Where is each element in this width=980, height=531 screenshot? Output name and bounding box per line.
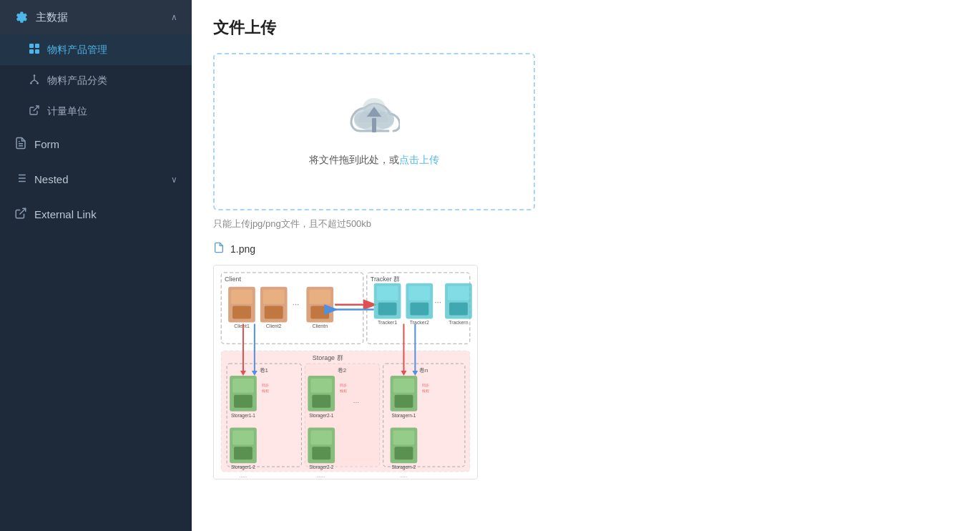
svg-text:......: ...... (400, 473, 408, 478)
svg-text:线程: 线程 (340, 389, 347, 393)
svg-rect-90 (393, 379, 415, 393)
svg-point-6 (36, 82, 39, 84)
svg-text:同步: 同步 (340, 383, 347, 387)
file-item: 1.png (213, 242, 959, 256)
svg-rect-24 (372, 118, 376, 132)
svg-rect-79 (310, 379, 332, 393)
grid-icon (29, 43, 40, 57)
sidebar-item-label: 物料产品分类 (47, 74, 107, 87)
svg-point-4 (34, 74, 36, 77)
external-icon (14, 207, 27, 222)
svg-rect-36 (263, 290, 285, 304)
svg-rect-37 (265, 306, 283, 319)
svg-rect-96 (393, 430, 415, 444)
upload-link[interactable]: 点击上传 (399, 154, 439, 165)
svg-rect-3 (35, 49, 39, 54)
sidebar-item-material-category[interactable]: 物料产品分类 (0, 65, 192, 96)
svg-line-19 (20, 208, 26, 214)
svg-text:Storage 群: Storage 群 (313, 354, 343, 361)
file-icon (213, 242, 225, 256)
svg-line-9 (34, 80, 38, 82)
svg-rect-69 (234, 395, 253, 408)
upload-cloud-icon (348, 97, 400, 147)
sidebar-item-form[interactable]: Form (0, 127, 192, 162)
svg-text:···: ··· (434, 297, 441, 307)
svg-text:卷2: 卷2 (338, 367, 347, 374)
list-icon (14, 172, 27, 187)
upload-area[interactable]: 将文件拖到此处，或点击上传 (213, 53, 535, 210)
svg-text:......: ...... (240, 473, 248, 478)
preview-image: Client Tracker 群 Client1 Client2 ··· Cli… (213, 265, 478, 479)
svg-text:Client: Client (225, 276, 241, 283)
svg-text:线程: 线程 (422, 389, 429, 393)
external-link-icon (29, 104, 40, 118)
svg-text:Tracker 群: Tracker 群 (371, 276, 400, 283)
svg-text:Storager2-1: Storager2-1 (309, 413, 333, 419)
svg-text:Storagern-1: Storagern-1 (391, 413, 416, 419)
sidebar-item-label: External Link (34, 208, 97, 220)
svg-text:Client2: Client2 (266, 323, 282, 328)
main-content: 文件上传 将文件拖到此处，或点击上传 只能上传jpg/png文件，且不超过50 (192, 0, 980, 531)
sidebar-group-master-data[interactable]: 主数据 ∧ (0, 0, 192, 34)
sidebar-item-label: 计量单位 (47, 105, 87, 118)
svg-point-5 (30, 82, 32, 84)
svg-rect-2 (29, 49, 34, 54)
file-name: 1.png (230, 243, 255, 255)
doc-icon (14, 137, 27, 152)
svg-text:Tracker2: Tracker2 (410, 320, 429, 325)
svg-rect-41 (309, 290, 330, 304)
svg-rect-32 (231, 290, 253, 304)
svg-rect-33 (232, 306, 251, 319)
svg-rect-1 (35, 44, 39, 48)
upload-text: 将文件拖到此处，或点击上传 (309, 154, 439, 167)
sidebar-item-label: Form (34, 138, 59, 150)
svg-rect-0 (29, 44, 34, 48)
svg-rect-68 (232, 379, 254, 393)
sidebar: 主数据 ∧ 物料产品管理 物料产品分类 (0, 0, 192, 531)
svg-rect-91 (395, 395, 413, 408)
page-title: 文件上传 (213, 17, 959, 39)
sidebar-group-label: 主数据 (36, 11, 68, 24)
svg-text:线程: 线程 (262, 389, 269, 393)
upload-hint: 只能上传jpg/png文件，且不超过500kb (213, 218, 959, 230)
svg-rect-52 (410, 303, 428, 316)
svg-text:Clientn: Clientn (312, 323, 328, 328)
svg-text:卷1: 卷1 (260, 367, 269, 374)
svg-text:同步: 同步 (262, 383, 269, 387)
svg-text:Storagern-2: Storagern-2 (391, 464, 416, 470)
svg-text:Trackern: Trackern (449, 320, 468, 325)
svg-text:···: ··· (292, 299, 299, 309)
svg-rect-48 (378, 303, 397, 316)
svg-rect-47 (377, 286, 398, 301)
svg-line-8 (31, 80, 34, 82)
svg-text:Tracker1: Tracker1 (378, 320, 397, 325)
sidebar-nested-arrow: ∨ (171, 175, 177, 185)
sidebar-item-unit[interactable]: 计量单位 (0, 96, 192, 127)
svg-rect-97 (395, 447, 413, 459)
svg-text:Client1: Client1 (234, 323, 250, 328)
sidebar-item-label: Nested (34, 173, 69, 185)
svg-text:···: ··· (353, 398, 359, 406)
diagram-svg: Client Tracker 群 Client1 Client2 ··· Cli… (214, 266, 477, 479)
svg-line-10 (34, 106, 39, 111)
svg-text:Storager1-1: Storager1-1 (231, 413, 255, 419)
svg-text:同步: 同步 (422, 383, 429, 387)
svg-rect-75 (234, 447, 253, 459)
sidebar-item-label: 物料产品管理 (47, 44, 107, 57)
sidebar-group-arrow: ∧ (171, 12, 177, 22)
svg-rect-51 (408, 286, 430, 301)
sidebar-item-external-link[interactable]: External Link (0, 197, 192, 232)
svg-rect-86 (312, 447, 330, 459)
svg-text:Storager2-2: Storager2-2 (309, 464, 333, 470)
svg-rect-42 (310, 306, 329, 319)
svg-rect-74 (232, 430, 254, 444)
svg-rect-57 (449, 303, 468, 316)
gear-icon (14, 10, 29, 24)
svg-text:Storager1-2: Storager1-2 (231, 464, 255, 470)
svg-rect-56 (448, 286, 469, 301)
sidebar-item-nested[interactable]: Nested ∨ (0, 162, 192, 197)
sidebar-item-material-product[interactable]: 物料产品管理 (0, 34, 192, 65)
svg-rect-80 (312, 395, 330, 408)
hierarchy-icon (29, 74, 40, 87)
svg-text:......: ...... (318, 473, 325, 478)
